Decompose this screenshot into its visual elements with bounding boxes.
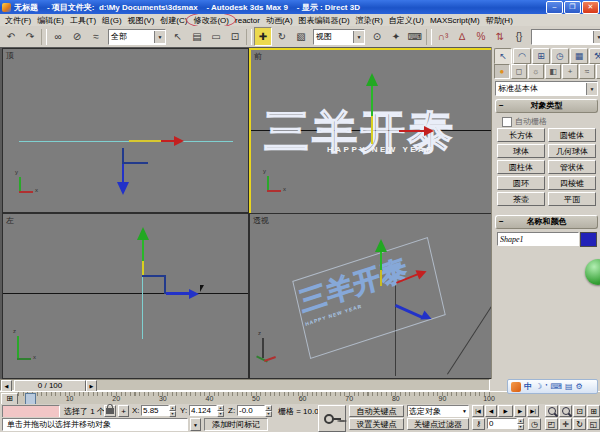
viewport-perspective[interactable]: 透视 三羊开泰 HAPPY NEW YEAR z <box>249 213 492 379</box>
snap-toggle-3d-icon[interactable]: ∩³ <box>434 27 452 46</box>
zoom-icon[interactable] <box>545 405 558 417</box>
x-coordinate-field[interactable] <box>141 405 169 416</box>
angle-snap-toggle-icon[interactable]: ∆ <box>453 27 471 46</box>
object-button-圆锥体[interactable]: 圆锥体 <box>548 128 596 142</box>
ime-wordbank-icon[interactable]: ▤ <box>565 382 573 392</box>
gizmo-plane-handle[interactable] <box>142 275 166 277</box>
unlink-selection-icon[interactable]: ⊘ <box>68 27 86 46</box>
go-to-end-button[interactable]: ▶| <box>527 405 539 417</box>
x-spinner[interactable]: ▲▼ <box>169 405 176 416</box>
menu-item-组(G)[interactable]: 组(G) <box>99 15 125 26</box>
gizmo-y-axis[interactable] <box>142 240 144 261</box>
object-button-管状体[interactable]: 管状体 <box>548 160 596 174</box>
select-object-icon[interactable]: ↖ <box>169 27 187 46</box>
gizmo-y-axis[interactable] <box>142 261 144 275</box>
gizmo-y-axis[interactable] <box>371 116 373 144</box>
use-pivot-point-center-icon[interactable]: ⊙ <box>368 27 386 46</box>
menu-item-图表编辑器(D)[interactable]: 图表编辑器(D) <box>296 15 353 26</box>
close-button[interactable]: ✕ <box>582 1 599 14</box>
collapse-icon[interactable]: − <box>499 100 504 112</box>
menu-item-帮助(H)[interactable]: 帮助(H) <box>483 15 516 26</box>
menu-item-编辑(E)[interactable]: 编辑(E) <box>34 15 67 26</box>
maximize-button[interactable]: ❐ <box>564 1 581 14</box>
category-shapes-icon[interactable]: ◻ <box>511 64 527 79</box>
menu-item-动画(A)[interactable]: 动画(A) <box>263 15 296 26</box>
absolute-mode-transform-button[interactable]: + <box>118 405 129 417</box>
bind-to-space-warp-icon[interactable]: ≈ <box>87 27 105 46</box>
ime-fullwidth-icon[interactable]: ☽ <box>535 382 542 392</box>
viewport-front[interactable]: 前 三羊开泰 HAPPY NEW YEAR y x <box>249 48 494 215</box>
go-to-start-button[interactable]: |◀ <box>472 405 484 417</box>
object-name-input[interactable] <box>497 232 579 246</box>
category-helpers-icon[interactable]: + <box>562 64 578 79</box>
gizmo-y-arrowhead[interactable] <box>137 227 149 240</box>
dropdown-arrow-icon[interactable]: ▼ <box>593 31 600 43</box>
object-button-长方体[interactable]: 长方体 <box>497 128 545 142</box>
reference-coordinate-system-dropdown[interactable]: 视图▼ <box>313 29 365 45</box>
floating-green-ball-icon[interactable] <box>585 259 600 285</box>
dropdown-arrow-icon[interactable]: ▼ <box>586 83 597 95</box>
tab-utilities-icon[interactable]: ⚒ <box>589 48 600 64</box>
collapse-icon[interactable]: − <box>499 216 504 228</box>
key-filters-button[interactable]: 关键点过滤器 <box>407 418 469 430</box>
tab-create-icon[interactable]: ↖ <box>494 48 512 64</box>
arc-rotate-icon[interactable]: ↻ <box>573 418 586 430</box>
y-coordinate-field[interactable] <box>189 405 217 416</box>
menu-item-文件(F)[interactable]: 文件(F) <box>2 15 34 26</box>
keyboard-shortcut-override-icon[interactable]: ⌨ <box>406 27 424 46</box>
primitive-category-dropdown[interactable]: 标准基本体 ▼ <box>495 81 598 96</box>
category-cameras-icon[interactable]: ◧ <box>545 64 561 79</box>
object-button-球体[interactable]: 球体 <box>497 144 545 158</box>
percent-snap-toggle-icon[interactable]: % <box>472 27 490 46</box>
zoom-extents-all-icon[interactable]: ⊞ <box>587 405 600 417</box>
prompt-expand-button[interactable]: ▼ <box>190 418 201 431</box>
selection-lock-toggle[interactable] <box>104 405 116 417</box>
ime-language-bar[interactable]: 中 ☽’⌨▤⚙ <box>507 379 598 394</box>
pan-icon[interactable]: ✛ <box>559 418 572 430</box>
text-shape-plane[interactable]: 三羊开泰 HAPPY NEW YEAR <box>292 237 446 359</box>
add-time-tag[interactable]: 添加时间标记 <box>204 418 268 431</box>
menu-item-MAXScript(M)[interactable]: MAXScript(M) <box>427 16 483 25</box>
select-and-uniform-scale-icon[interactable]: ▧ <box>292 27 310 46</box>
region-zoom-icon[interactable]: ◰ <box>545 418 558 430</box>
viewport-left-label[interactable]: 左 <box>6 215 14 226</box>
spinner-snap-toggle-icon[interactable]: ⇅ <box>491 27 509 46</box>
gizmo-x-axis[interactable] <box>129 140 163 142</box>
menu-item-工具(T)[interactable]: 工具(T) <box>67 15 99 26</box>
play-animation-button[interactable]: ▶ <box>498 405 513 417</box>
ime-punctuation-icon[interactable]: ’ <box>545 382 547 392</box>
rectangular-selection-region-icon[interactable]: ▭ <box>207 27 225 46</box>
gizmo-x-axis[interactable] <box>399 130 425 132</box>
window-crossing-icon[interactable]: ⊡ <box>226 27 244 46</box>
tab-display-icon[interactable]: ▦ <box>570 48 588 64</box>
gizmo-x-axis[interactable] <box>161 140 175 142</box>
gizmo-y-arrowhead[interactable] <box>117 182 129 195</box>
previous-frame-button[interactable]: ◀ <box>485 405 497 417</box>
object-button-茶壶[interactable]: 茶壶 <box>497 192 545 206</box>
gizmo-plane-handle[interactable] <box>122 162 148 164</box>
viewport-front-label[interactable]: 前 <box>254 51 262 62</box>
select-by-name-icon[interactable]: ▤ <box>188 27 206 46</box>
name-color-rollout[interactable]: − 名称和颜色 <box>495 215 598 229</box>
menu-item-视图(V)[interactable]: 视图(V) <box>125 15 158 26</box>
set-key-big-button[interactable] <box>318 405 346 432</box>
min-max-toggle-icon[interactable]: ◱ <box>587 418 600 430</box>
gizmo-y-axis[interactable] <box>122 164 124 183</box>
selection-filter-dropdown[interactable]: 全部▼ <box>108 29 166 45</box>
category-space-warps-icon[interactable]: ≈ <box>579 64 595 79</box>
edit-named-selection-sets-icon[interactable]: {} <box>510 27 528 46</box>
object-button-圆柱体[interactable]: 圆柱体 <box>497 160 545 174</box>
menu-item-渲染(R)[interactable]: 渲染(R) <box>353 15 386 26</box>
auto-key-button[interactable]: 自动关键点 <box>349 405 404 417</box>
menu-item-reactor[interactable]: reactor <box>232 16 263 25</box>
select-and-move-icon[interactable]: ✚ <box>254 27 272 46</box>
y-spinner[interactable]: ▲▼ <box>217 405 224 416</box>
text-shape-en[interactable]: HAPPY NEW YEAR <box>327 145 435 154</box>
tab-modify-icon[interactable]: ◠ <box>513 48 531 64</box>
zoom-all-icon[interactable] <box>559 405 572 417</box>
tab-hierarchy-icon[interactable]: ⊞ <box>532 48 550 64</box>
dropdown-arrow-icon[interactable]: ▼ <box>353 31 364 43</box>
frame-spinner[interactable]: ▲▼ <box>517 418 524 429</box>
z-coordinate-field[interactable] <box>237 405 265 416</box>
named-selection-sets-dropdown[interactable]: ▼ <box>531 29 600 45</box>
